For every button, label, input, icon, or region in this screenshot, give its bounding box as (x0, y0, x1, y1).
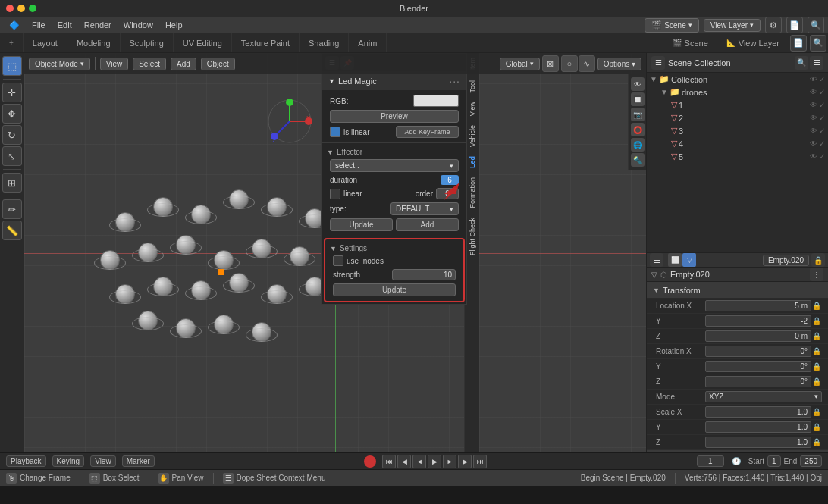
outliner-view-btn[interactable]: ☰ (810, 56, 823, 70)
options-menu[interactable]: Options ▾ (597, 58, 641, 70)
side-label-tool[interactable]: Tool (467, 76, 478, 98)
viewport-icon-1[interactable]: 👁 (631, 77, 645, 91)
rotation-z-input[interactable]: 0° (705, 376, 811, 387)
strength-input[interactable]: 10 (392, 269, 456, 280)
is-linear-checkbox[interactable] (330, 127, 340, 137)
current-frame-input[interactable]: 1 (697, 455, 724, 467)
preview-button[interactable]: Preview (330, 110, 459, 123)
props-tab-object-data[interactable]: ▽ (682, 253, 696, 267)
select-box-tool[interactable]: ⬚ (2, 56, 22, 76)
side-label-formation[interactable]: Formation (467, 173, 478, 213)
outliner-eye-btn-0[interactable]: 👁 (810, 75, 817, 83)
outliner-sel-4[interactable]: ✓ (819, 127, 825, 135)
outliner-item-3[interactable]: ▽ 3 👁 ✓ (647, 124, 828, 137)
next-keyframe-button[interactable]: ► (443, 455, 456, 468)
outliner-filter-btn[interactable]: 🔍 (795, 56, 808, 70)
menu-help[interactable]: Help (160, 19, 188, 31)
scale-z-input[interactable]: 1.0 (705, 437, 811, 448)
object-menu-btn[interactable]: ⋮ (810, 268, 823, 281)
outliner-eye-5[interactable]: 👁 (810, 139, 817, 148)
outliner-menu-btn[interactable]: ☰ (651, 56, 665, 70)
settings-update-button[interactable]: Update (333, 283, 456, 296)
prev-keyframe-button[interactable]: ◄ (412, 455, 426, 468)
annotate-tool[interactable]: ✏ (2, 199, 22, 219)
location-y-input[interactable]: -2 (705, 315, 811, 327)
scale-x-input[interactable]: 1.0 (705, 406, 811, 418)
search-global-button[interactable]: 🔍 (810, 35, 826, 52)
outliner-item-1[interactable]: ▽ 1 👁 ✓ (647, 99, 828, 111)
type-dropdown[interactable]: DEFAULT ▾ (390, 202, 459, 215)
outliner-item-4[interactable]: ▽ 4 👁 ✓ (647, 137, 828, 150)
rotation-z-lock[interactable]: 🔒 (811, 377, 822, 386)
proportional-type[interactable]: ∿ (579, 55, 595, 72)
outliner-eye-3[interactable]: 👁 (810, 114, 817, 122)
select-menu[interactable]: Select (133, 58, 166, 70)
viewport[interactable]: Object Mode View Select Add Object Globa… (24, 53, 646, 452)
outliner-sel-6[interactable]: ✓ (819, 152, 825, 161)
rotation-x-input[interactable]: 0° (705, 346, 811, 357)
outliner-item-2[interactable]: ▽ 2 👁 ✓ (647, 111, 828, 124)
output-button[interactable]: 📄 (790, 35, 807, 52)
add-keyframe-button[interactable]: Add KeyFrame (396, 126, 459, 138)
mode-dropdown[interactable]: XYZ ▾ (705, 391, 822, 402)
object-name-field[interactable]: Empty.020 (763, 255, 809, 266)
outliner-eye-2[interactable]: 👁 (810, 101, 817, 109)
outliner-item-drones[interactable]: ▼ 📁 drones 👁 ✓ (647, 86, 828, 99)
prev-frame-button[interactable]: ◀ (397, 455, 411, 468)
outliner-select-btn-1[interactable]: ✓ (819, 88, 825, 96)
object-menu[interactable]: Object (201, 58, 235, 70)
tab-layout[interactable]: + (0, 33, 24, 52)
view-menu[interactable]: View (100, 58, 129, 70)
tab-layout-main[interactable]: Layout (24, 33, 67, 52)
select-dropdown[interactable]: select.. ▾ (330, 159, 459, 172)
props-menu-btn[interactable]: ☰ (650, 253, 663, 267)
outliner-sel-5[interactable]: ✓ (819, 139, 825, 148)
tab-modeling[interactable]: Modeling (67, 33, 121, 52)
viewport-icon-5[interactable]: 🌐 (631, 138, 645, 152)
outliner-sel-3[interactable]: ✓ (819, 114, 825, 122)
transform-tool[interactable]: ⊞ (2, 173, 22, 193)
side-label-flight-check[interactable]: Flight Check (467, 213, 478, 260)
rotation-y-input[interactable]: 0° (705, 361, 811, 372)
transform-orientation[interactable]: Global (500, 58, 540, 70)
viewport-icon-2[interactable]: 🔲 (631, 92, 645, 106)
outliner-sel-2[interactable]: ✓ (819, 101, 825, 109)
measure-tool[interactable]: 📏 (2, 221, 22, 240)
linear-checkbox[interactable] (330, 189, 340, 199)
scale-y-input[interactable]: 1.0 (705, 421, 811, 433)
viewport-icon-6[interactable]: 🔦 (631, 153, 645, 167)
jump-start-button[interactable]: ⏮ (382, 455, 396, 468)
side-label-led[interactable]: Led (467, 152, 478, 173)
outliner-item-5[interactable]: ▽ 5 👁 ✓ (647, 150, 828, 163)
render-engine-button[interactable]: ⚙ (765, 17, 782, 33)
next-frame-button[interactable]: ▶ (458, 455, 472, 468)
object-mode-dropdown[interactable]: Object Mode (29, 58, 90, 70)
outliner-eye-btn-1[interactable]: 👁 (810, 88, 817, 96)
proportional-btn[interactable]: ○ (561, 55, 578, 72)
playback-dropdown[interactable]: Playback (6, 455, 46, 467)
rgb-color-picker[interactable] (413, 95, 459, 107)
side-label-view[interactable]: View (467, 97, 478, 121)
side-label-vehicle[interactable]: Vehicle (467, 121, 478, 152)
outliner-select-btn-0[interactable]: ✓ (819, 75, 825, 83)
tab-sculpting[interactable]: Sculpting (121, 33, 174, 52)
add-menu[interactable]: Add (171, 58, 196, 70)
outliner-item-scene-collection[interactable]: ▼ 📁 Collection 👁 ✓ (647, 73, 828, 86)
clock-icon[interactable]: 🕐 (730, 455, 742, 468)
outliner-eye-6[interactable]: 👁 (810, 152, 817, 161)
close-button[interactable] (6, 5, 14, 12)
marker-dropdown[interactable]: Marker (122, 455, 155, 467)
minimize-button[interactable] (17, 5, 25, 12)
location-y-lock[interactable]: 🔒 (811, 317, 822, 325)
viewport-gizmo[interactable]: X Y Z (267, 99, 312, 144)
view-layer-selector[interactable]: View Layer ▾ (704, 19, 761, 32)
location-z-lock[interactable]: 🔒 (811, 332, 822, 340)
effector-add-button[interactable]: Add (396, 218, 459, 231)
props-lock-btn[interactable]: 🔒 (811, 253, 825, 267)
rotate-tool[interactable]: ↻ (2, 125, 22, 145)
tab-uv-editing[interactable]: UV Editing (174, 33, 232, 52)
tab-shading[interactable]: Shading (300, 33, 349, 52)
location-z-input[interactable]: 0 m (705, 330, 811, 342)
outliner-eye-4[interactable]: 👁 (810, 127, 817, 135)
delta-transform-header[interactable]: ▶ Delta Transform (647, 450, 828, 452)
